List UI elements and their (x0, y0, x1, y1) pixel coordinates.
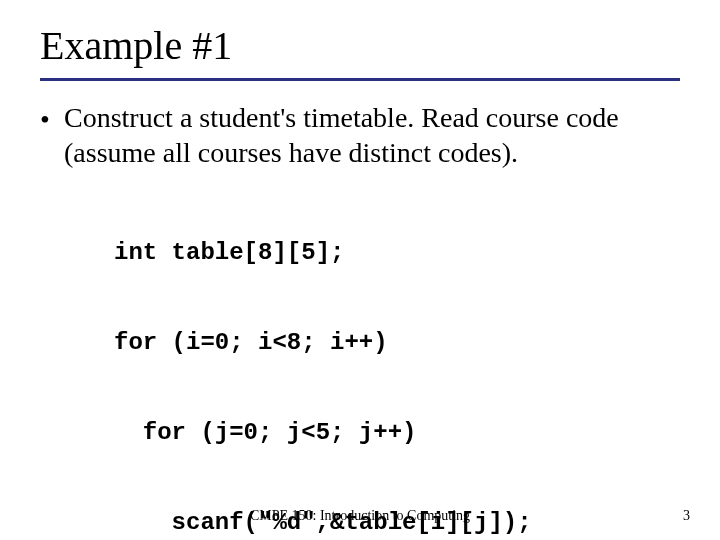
footer-page-number: 3 (683, 508, 690, 524)
code-block: int table[8][5]; for (i=0; i<8; i++) for… (114, 178, 680, 540)
bullet-item: • Construct a student's timetable. Read … (40, 100, 680, 170)
slide-title: Example #1 (40, 22, 232, 69)
title-underline (40, 78, 680, 81)
footer-course: CMPE 150: Introduction to Computing (0, 508, 720, 524)
slide: Example #1 • Construct a student's timet… (0, 0, 720, 540)
code-line: for (j=0; j<5; j++) (114, 418, 680, 448)
slide-body: • Construct a student's timetable. Read … (40, 100, 680, 540)
bullet-text: Construct a student's timetable. Read co… (64, 100, 680, 170)
code-line: int table[8][5]; (114, 238, 680, 268)
bullet-marker: • (40, 100, 64, 137)
code-line: for (i=0; i<8; i++) (114, 328, 680, 358)
